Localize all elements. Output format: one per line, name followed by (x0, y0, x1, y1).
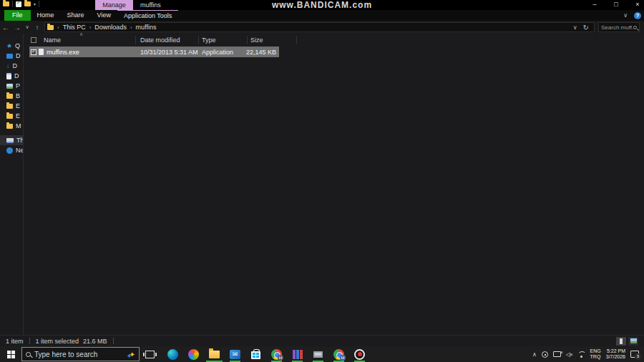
record-icon (354, 349, 365, 360)
sidebar-item-quick-access[interactable]: ★ Q (0, 41, 23, 51)
file-explorer-icon (209, 351, 220, 358)
divider (39, 1, 39, 7)
search-icon (26, 352, 31, 357)
taskbar-app-mail[interactable]: ✉ (225, 346, 245, 362)
taskbar-search-input[interactable]: Type here to search ✦ (21, 347, 140, 361)
breadcrumb-muffins[interactable]: muffins (136, 24, 157, 31)
volume-muted-icon[interactable]: ◁× (566, 351, 572, 358)
column-header-date-modified[interactable]: Date modified (140, 36, 180, 44)
tab-file[interactable]: File (4, 10, 31, 21)
sidebar-item-desktop[interactable]: D (0, 51, 23, 61)
up-icon[interactable]: ↑ (31, 24, 43, 31)
notification-badge: 3 (635, 353, 641, 360)
network-wifi-icon[interactable] (577, 351, 585, 358)
taskbar-app-chrome-h[interactable]: H (266, 346, 287, 362)
taskbar-app-remote-pc[interactable] (308, 346, 328, 362)
taskbar-app-chrome-b[interactable]: H (328, 346, 349, 362)
collapse-ribbon-chevron-icon[interactable]: ∨ (623, 12, 628, 19)
touch-keyboard-icon[interactable] (553, 351, 561, 357)
breadcrumb-this-pc[interactable]: This PC (63, 24, 86, 31)
breadcrumb[interactable]: › This PC › Downloads › muffins ∨ ↻ (44, 22, 595, 32)
task-view-button[interactable] (145, 351, 155, 358)
minimize-button[interactable]: – (591, 0, 598, 9)
file-size: 22,145 KB (246, 49, 276, 56)
column-resize-handle[interactable] (247, 36, 248, 44)
forward-icon[interactable]: → (11, 24, 23, 31)
crumb-separator: › (57, 24, 59, 31)
recent-locations-chevron-icon[interactable]: ∨ (23, 24, 31, 30)
help-icon[interactable]: ? (634, 12, 641, 19)
tab-view[interactable]: View (91, 10, 117, 21)
column-header-name[interactable]: Name (44, 36, 61, 44)
sidebar-item-documents[interactable]: D (0, 71, 23, 81)
copilot-icon (188, 349, 199, 360)
sidebar-item-folder[interactable]: B (0, 91, 23, 101)
system-tray: ∧ ◁× ENG TRQ 5:22 PM 3/7/2026 3 (532, 348, 644, 360)
sidebar-item-network[interactable]: Ne (0, 145, 23, 155)
explorer-window-icon (3, 1, 9, 6)
microsoft-store-icon (251, 351, 260, 359)
chrome-icon: H (271, 349, 282, 360)
thumbnail-view-icon (630, 338, 637, 343)
location-folder-icon (47, 25, 54, 30)
column-resize-handle[interactable] (198, 36, 199, 44)
select-all-checkbox[interactable] (31, 37, 36, 43)
thumbnail-view-button[interactable] (628, 337, 638, 346)
folder-icon (6, 114, 13, 119)
column-header-size[interactable]: Size (250, 36, 263, 44)
clock[interactable]: 5:22 PM 3/7/2026 (606, 348, 625, 360)
file-row-muffins-exe[interactable]: muffins.exe 10/31/2013 5:31 AM Applicati… (29, 47, 279, 57)
new-folder-button[interactable] (24, 1, 31, 6)
taskbar-app-store[interactable] (245, 346, 266, 362)
sidebar-item-pictures[interactable]: P (0, 81, 23, 91)
divider (12, 1, 13, 7)
sidebar-item-folder[interactable]: E (0, 111, 23, 121)
start-button[interactable] (0, 346, 21, 362)
sidebar-item-this-pc[interactable]: Th (0, 135, 23, 145)
properties-button[interactable] (16, 1, 21, 7)
search-icon (633, 26, 637, 29)
address-dropdown-chevron-icon[interactable]: ∨ (573, 24, 577, 31)
customize-toolbar-chevron-icon[interactable]: ▾ (34, 1, 36, 7)
column-resize-handle[interactable] (135, 36, 136, 44)
sidebar-item-folder[interactable]: M (0, 121, 23, 131)
tab-application-tools[interactable]: Application Tools (117, 10, 178, 21)
taskbar-app-bandicam[interactable] (349, 346, 370, 362)
tab-share[interactable]: Share (61, 10, 91, 21)
language-indicator[interactable]: ENG TRQ (590, 348, 601, 360)
file-type: Application (202, 49, 233, 56)
breadcrumb-downloads[interactable]: Downloads (94, 24, 127, 31)
folder-icon (6, 94, 13, 99)
documents-icon (6, 73, 11, 79)
sidebar-item-folder[interactable]: E (0, 101, 23, 111)
search-input[interactable]: Search muff... (598, 22, 640, 32)
taskbar-app-copilot[interactable] (183, 346, 204, 362)
search-highlights-icon: ✦ (130, 351, 135, 358)
refresh-icon[interactable]: ↻ (583, 24, 589, 31)
taskbar-app-edge[interactable] (162, 346, 183, 362)
details-view-button[interactable] (616, 337, 626, 346)
close-button[interactable]: × (634, 0, 641, 9)
column-header-row: ∧ Name Date modified Type Size (24, 34, 644, 47)
taskbar-app-winrar[interactable] (287, 346, 308, 362)
file-list: ∧ Name Date modified Type Size muffins.e… (24, 34, 644, 335)
edge-icon (167, 349, 178, 360)
sidebar-item-downloads[interactable]: ↓ D (0, 61, 23, 71)
tray-clock-icon[interactable] (542, 351, 548, 358)
address-bar: ← → ∨ ↑ › This PC › Downloads › muffins … (0, 21, 644, 34)
back-icon[interactable]: ← (0, 24, 11, 31)
downloads-arrow-icon: ↓ (6, 62, 10, 69)
hidden-icons-chevron-icon[interactable]: ∧ (532, 351, 537, 358)
action-center-icon[interactable]: 3 (630, 351, 639, 358)
row-checkbox[interactable] (31, 49, 36, 55)
this-pc-icon (6, 138, 14, 143)
tab-home[interactable]: Home (31, 10, 61, 21)
file-date-modified: 10/31/2013 5:31 AM (140, 49, 198, 56)
taskbar-search-placeholder: Type here to search (34, 351, 126, 358)
taskbar-app-file-explorer[interactable] (204, 346, 225, 362)
column-header-type[interactable]: Type (202, 36, 216, 44)
maximize-button[interactable]: □ (613, 0, 620, 9)
manage-contextual-tab[interactable]: Manage (95, 0, 133, 10)
bandicam-watermark: www.BANDICAM.com (272, 0, 372, 10)
column-resize-handle[interactable] (296, 36, 297, 44)
